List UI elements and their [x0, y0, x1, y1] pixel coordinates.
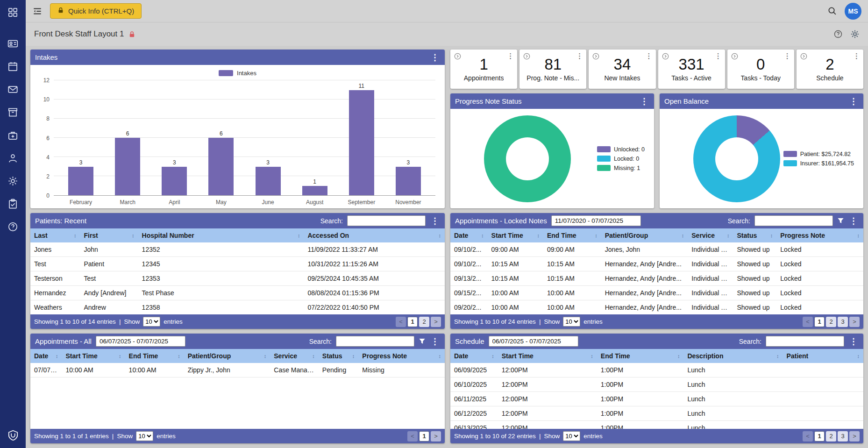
- page-button[interactable]: 3: [838, 431, 848, 441]
- table-row[interactable]: 06/09/202512:00PM1:00PMLunch: [450, 363, 863, 377]
- search-input[interactable]: [336, 336, 414, 347]
- sort-icon[interactable]: ↕: [537, 233, 540, 238]
- sort-icon[interactable]: ↕: [132, 233, 135, 238]
- sidebar-item-messages[interactable]: [7, 83, 19, 95]
- filter-funnel-icon[interactable]: [837, 217, 844, 224]
- table-row[interactable]: 06/10/202512:00PM1:00PMLunch: [450, 377, 863, 392]
- kpi-card-tasks-today[interactable]: ⋮0Tasks - Today: [727, 50, 794, 89]
- sort-icon[interactable]: ↕: [727, 233, 730, 238]
- table-row[interactable]: 06/13/202512:00PM1:00PMLunch: [450, 421, 863, 429]
- open-panel-icon[interactable]: [800, 53, 807, 60]
- table-row[interactable]: TestersonTest1235309/25/2024 10:45:35 AM: [30, 271, 445, 286]
- search-icon[interactable]: [827, 6, 837, 16]
- column-header[interactable]: ↕Service: [688, 228, 733, 242]
- table-row[interactable]: 06/11/202512:00PM1:00PMLunch: [450, 392, 863, 406]
- bar[interactable]: [349, 90, 374, 196]
- sidebar-item-records[interactable]: [7, 106, 19, 118]
- sort-icon[interactable]: ↕: [857, 233, 860, 238]
- column-header[interactable]: ↕Accessed On: [304, 228, 445, 242]
- table-row[interactable]: 09/10/2...10:15 AM10:15 AMHernandez, And…: [450, 257, 863, 271]
- column-header[interactable]: ↕Date: [450, 349, 498, 363]
- bar[interactable]: [302, 186, 327, 196]
- table-row[interactable]: 09/20/2...10:00 AM10:00 AMHernandez, And…: [450, 300, 863, 315]
- sort-icon[interactable]: ↕: [119, 353, 121, 359]
- column-header[interactable]: ↕Last: [30, 228, 80, 242]
- kebab-menu-icon[interactable]: ⋮: [848, 337, 859, 346]
- page-button[interactable]: 1: [419, 431, 429, 441]
- page-size-select[interactable]: 10: [563, 317, 580, 327]
- sidebar-item-billing[interactable]: [7, 129, 19, 141]
- sort-icon[interactable]: ↕: [312, 353, 315, 359]
- sidebar-item-patients[interactable]: [7, 37, 19, 50]
- column-header[interactable]: ↕Description: [683, 349, 783, 363]
- column-header[interactable]: ↕Patient/Group: [601, 228, 688, 242]
- sort-icon[interactable]: ↕: [298, 233, 300, 238]
- sort-icon[interactable]: ↕: [770, 233, 773, 238]
- kebab-menu-icon[interactable]: ⋮: [430, 217, 440, 225]
- table-row[interactable]: 06/12/202512:00PM1:00PMLunch: [450, 406, 863, 421]
- column-header[interactable]: ↕End Time: [597, 349, 684, 363]
- column-header[interactable]: ↕Patient/Group: [184, 349, 270, 363]
- table-row[interactable]: 07/07/2...10:00 AM10:00 AMZippy Jr., Joh…: [30, 363, 445, 377]
- table-row[interactable]: 09/10/2...09:00 AM09:00 AMJones, JohnInd…: [450, 242, 863, 257]
- column-header[interactable]: ↕Service: [270, 349, 319, 363]
- kebab-menu-icon[interactable]: ⋮: [576, 52, 583, 60]
- page-button[interactable]: 1: [814, 317, 825, 327]
- bar[interactable]: [68, 167, 93, 196]
- date-range-input[interactable]: [96, 336, 185, 347]
- previous-page-button[interactable]: <: [803, 431, 813, 441]
- help-circle-icon[interactable]: [833, 29, 843, 39]
- kpi-card-prog-note-mis[interactable]: ⋮81Prog. Note - Mis...: [519, 50, 586, 89]
- avatar[interactable]: MS: [845, 3, 861, 20]
- kpi-card-schedule[interactable]: ⋮2Schedule: [797, 50, 863, 89]
- table-row[interactable]: JonesJohn1235211/09/2022 11:33:27 AM: [30, 242, 445, 257]
- bar[interactable]: [396, 167, 421, 196]
- sort-icon[interactable]: ↕: [776, 353, 779, 359]
- sort-icon[interactable]: ↕: [481, 233, 484, 238]
- next-page-button[interactable]: >: [849, 431, 860, 441]
- table-scroll-area[interactable]: ↕Date↕Start Time↕End Time↕Patient/Group↕…: [450, 228, 863, 314]
- column-header[interactable]: ↕Progress Note: [776, 228, 863, 242]
- page-button[interactable]: 3: [838, 317, 848, 327]
- open-panel-icon[interactable]: [523, 53, 530, 60]
- column-header[interactable]: ↕Hospital Number: [138, 228, 304, 242]
- page-size-select[interactable]: 10: [136, 431, 153, 441]
- sidebar-item-profile[interactable]: [7, 152, 19, 164]
- next-page-button[interactable]: >: [431, 431, 441, 441]
- previous-page-button[interactable]: <: [407, 431, 418, 441]
- column-header[interactable]: ↕Status: [733, 228, 777, 242]
- column-header[interactable]: ↕Date: [450, 228, 488, 242]
- kebab-menu-icon[interactable]: ⋮: [646, 52, 653, 60]
- kebab-menu-icon[interactable]: ⋮: [430, 53, 440, 62]
- filter-funnel-icon[interactable]: [419, 338, 426, 345]
- next-page-button[interactable]: >: [849, 317, 860, 327]
- sort-icon[interactable]: ↕: [857, 353, 860, 359]
- table-row[interactable]: WeathersAndrew1235807/22/2022 01:40:50 P…: [30, 300, 445, 315]
- sort-icon[interactable]: ↕: [264, 353, 267, 359]
- previous-page-button[interactable]: <: [803, 317, 813, 327]
- sort-icon[interactable]: ↕: [352, 353, 355, 359]
- bar[interactable]: [256, 167, 281, 196]
- search-input[interactable]: [347, 215, 426, 226]
- page-button[interactable]: 2: [826, 317, 836, 327]
- column-header[interactable]: ↕End Time: [543, 228, 601, 242]
- table-scroll-area[interactable]: ↕Last↕First↕Hospital Number↕Accessed On …: [30, 228, 445, 314]
- page-size-select[interactable]: 10: [563, 431, 580, 441]
- date-range-input[interactable]: [551, 215, 641, 226]
- column-header[interactable]: ↕Start Time: [62, 349, 125, 363]
- kebab-menu-icon[interactable]: ⋮: [784, 52, 791, 60]
- sort-icon[interactable]: ↕: [682, 233, 684, 238]
- kpi-card-new-intakes[interactable]: ⋮34New Intakes: [589, 50, 655, 89]
- kebab-menu-icon[interactable]: ⋮: [639, 97, 649, 106]
- column-header[interactable]: ↕Start Time: [488, 228, 543, 242]
- page-size-select[interactable]: 10: [143, 317, 160, 327]
- table-row[interactable]: HernandezAndy [Andrew]Test Phase08/08/20…: [30, 286, 445, 300]
- search-input[interactable]: [766, 336, 844, 347]
- kebab-menu-icon[interactable]: ⋮: [848, 97, 859, 106]
- quick-info-button[interactable]: Quick Info (CTRL+Q): [50, 3, 142, 19]
- sort-icon[interactable]: ↕: [595, 233, 598, 238]
- sort-icon[interactable]: ↕: [74, 233, 77, 238]
- page-button[interactable]: 2: [826, 431, 836, 441]
- sort-icon[interactable]: ↕: [439, 353, 441, 359]
- sidebar-item-help[interactable]: [7, 220, 19, 233]
